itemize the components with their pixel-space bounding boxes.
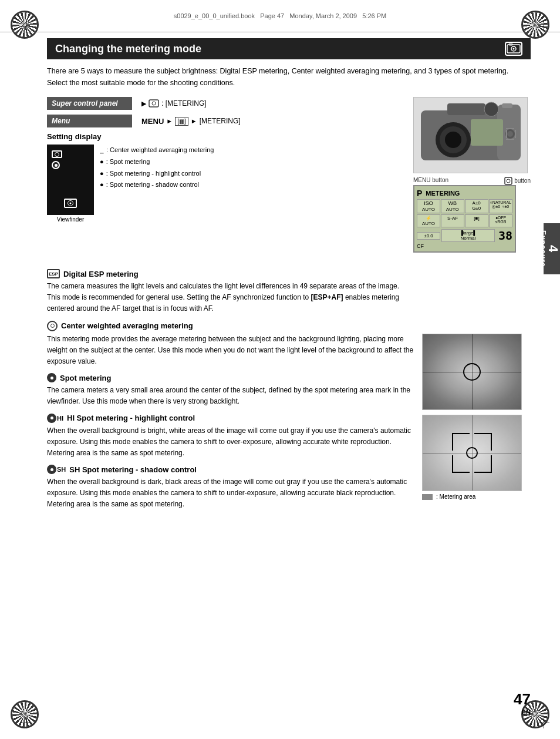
metering-icon [149,99,159,108]
menu-row: Menu MENU ► [▦] ► [METERING] [47,115,405,127]
sections-layout: ESP Digital ESP metering The camera meas… [47,263,531,514]
svg-rect-17 [506,139,514,140]
esp-icon: ESP [47,269,60,278]
spot-image-top [422,334,522,410]
svg-rect-8 [447,103,485,115]
svg-point-15 [507,131,513,137]
legend-item-4: ● : Spot metering - shadow control [100,179,214,191]
main-content: Changing the metering mode There are 5 w… [47,32,537,520]
menu-instruction: MENU ► [▦] ► [METERING] [141,117,241,126]
lcd-cell-wb: WBAUTO [441,199,464,213]
lcd-cell-bracket: [■] [465,214,488,227]
sh-spot-icon [47,465,56,474]
metering-area-box [422,494,433,500]
center-body: This metering mode provides the average … [47,334,414,368]
lcd-cell-iso: ISOAUTO [417,199,440,213]
section-hi-spot-header: HI HI Spot metering - highlight control [47,414,414,423]
viewfinder-container: Viewfinder [47,145,94,223]
setting-display-box: Viewfinder ⎯ : Center weighted averaging… [47,145,405,223]
legend-item-3: ● : Spot metering - highlight control [100,168,214,180]
svg-rect-16 [506,128,514,129]
svg-rect-4 [149,100,158,107]
center-title: Center weighted averaging metering [61,321,193,330]
hi-spot-icon [47,414,56,423]
lcd-cell-a: A±0G±0 [465,199,488,213]
side-tab-number: 4 [545,245,560,252]
lcd-cell-exp: ±0.0 [417,232,440,240]
spot-icon [47,373,56,382]
sh-spot-body: When the overall background is dark, bla… [47,476,414,510]
section-spot-header: Spot metering [47,373,414,382]
top-bar-filename: s0029_e_00_0_unified.book Page 47 Monday… [174,12,386,19]
page-title: Changing the metering mode [47,38,531,59]
svg-point-5 [152,102,156,105]
top-bar: s0029_e_00_0_unified.book Page 47 Monday… [0,0,560,32]
lcd-mode: P [417,189,422,198]
page-number: 47 EN [514,690,531,716]
esp-body: The camera measures the light levels and… [47,281,414,315]
panel-camera-layout: Super control panel ▶ : [METERING] Menu … [47,97,531,257]
setting-display-title: Setting display [47,132,405,141]
sections-left: ESP Digital ESP metering The camera meas… [47,263,414,514]
metering-area-label: : Metering area [422,493,531,500]
camera-svg [415,99,527,172]
intro-paragraph: There are 5 ways to measure the subject … [47,65,531,89]
side-tab-exposure: 4 Exposure [544,223,560,274]
svg-point-11 [445,132,461,148]
section-sh-spot-header: SH SH Spot metering - shadow control [47,465,414,474]
setting-display-section: Setting display [47,132,405,223]
section-esp-header: ESP Digital ESP metering [47,269,414,278]
spot-image-bottom [422,415,522,491]
svg-rect-18 [506,130,507,138]
super-control-panel-row: Super control panel ▶ : [METERING] [47,97,405,110]
svg-rect-21 [505,177,512,184]
section-center-header: Center weighted averaging metering [47,321,414,331]
spot-images-column: : Metering area [422,263,531,514]
lcd-cell-flash: ⚡AUTO [417,214,440,227]
lcd-top: P METERING [417,189,512,198]
menu-button-label: MENU button [413,177,448,185]
lcd-cf: CF [417,243,512,249]
lcd-big-num: 38 [498,229,512,243]
svg-point-3 [513,48,515,50]
setting-legend: ⎯ : Center weighted averaging metering ●… [100,145,214,223]
camera-labels: MENU button button [413,177,531,185]
viewfinder-label: Viewfinder [47,216,94,223]
super-control-panel-label: Super control panel [47,97,132,110]
sh-spot-title: SH Spot metering - shadow control [69,465,197,474]
lcd-cell-nat: ○NATURAL◎±0 ♀±0 [489,199,512,213]
svg-rect-19 [515,130,516,138]
center-icon [47,321,58,331]
lcd-cell-srgb: ●OFF sRGB [489,214,512,227]
svg-point-12 [484,102,498,116]
super-control-panel-instruction: ▶ : [METERING] [141,99,207,108]
lcd-panel: P METERING ISOAUTO WBAUTO A±0G±0 ○NATURA… [413,185,516,253]
left-column: Super control panel ▶ : [METERING] Menu … [47,97,405,257]
legend-item-1: ⎯ : Center weighted averaging metering [100,145,214,156]
page-en-label: EN [514,708,531,716]
spot-title: Spot metering [60,374,111,382]
lcd-cell-saf: S-AF [441,214,464,227]
ok-button-label: button [514,177,531,184]
legend-item-2: ● : Spot metering [100,156,214,168]
lcd-title: METERING [426,190,460,197]
svg-point-22 [507,179,510,183]
menu-label: Menu [47,115,132,127]
lcd-cell-large-normal: ▐large▌Normal [441,229,495,242]
right-column: MENU button button P METERING ISOAUT [413,97,531,257]
title-text: Changing the metering mode [55,43,201,55]
svg-rect-13 [471,119,503,146]
camera-image [413,97,528,173]
viewfinder-screen [47,145,94,215]
spot-body: The camera meters a very small area arou… [47,385,414,407]
hi-spot-body: When the overall background is bright, w… [47,425,414,459]
svg-rect-20 [502,103,512,108]
title-icon [505,42,522,56]
esp-title: Digital ESP metering [63,270,139,278]
corner-decoration-bl [6,692,47,733]
hi-spot-title: HI Spot metering - highlight control [67,414,195,422]
